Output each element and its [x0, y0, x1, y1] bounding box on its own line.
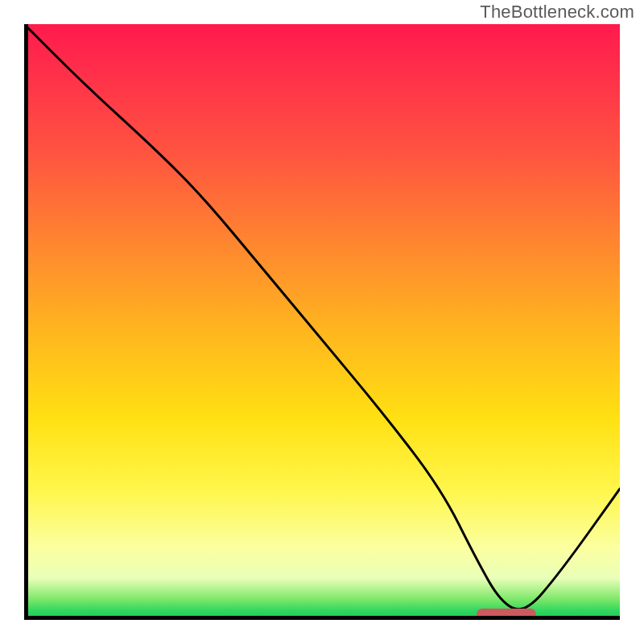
optimal-range-marker: [477, 609, 536, 620]
curve-path: [24, 24, 620, 609]
watermark-text: TheBottleneck.com: [480, 2, 634, 23]
bottleneck-curve: [24, 24, 620, 620]
chart-area: [24, 24, 620, 620]
